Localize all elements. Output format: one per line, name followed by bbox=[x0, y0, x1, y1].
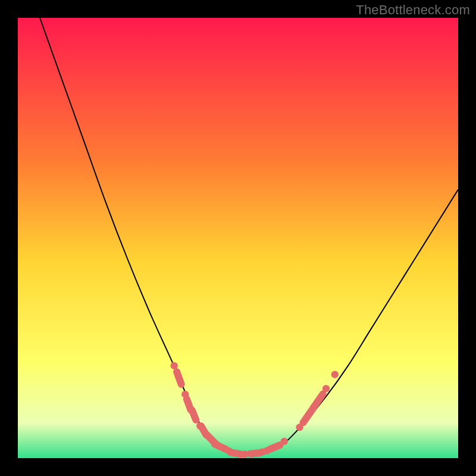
marker-dash bbox=[231, 452, 241, 454]
marker-dash bbox=[270, 445, 280, 449]
gradient-background bbox=[18, 18, 458, 458]
marker-dot bbox=[331, 371, 339, 378]
marker-dash bbox=[215, 444, 226, 449]
marker-dot bbox=[322, 385, 330, 392]
chart-frame: TheBottleneck.com bbox=[0, 0, 476, 476]
watermark-label: TheBottleneck.com bbox=[356, 2, 470, 18]
chart-svg bbox=[18, 18, 458, 458]
marker-dot bbox=[281, 438, 288, 445]
marker-dash bbox=[192, 410, 196, 419]
marker-dash bbox=[177, 372, 181, 384]
plot-area bbox=[18, 18, 458, 458]
